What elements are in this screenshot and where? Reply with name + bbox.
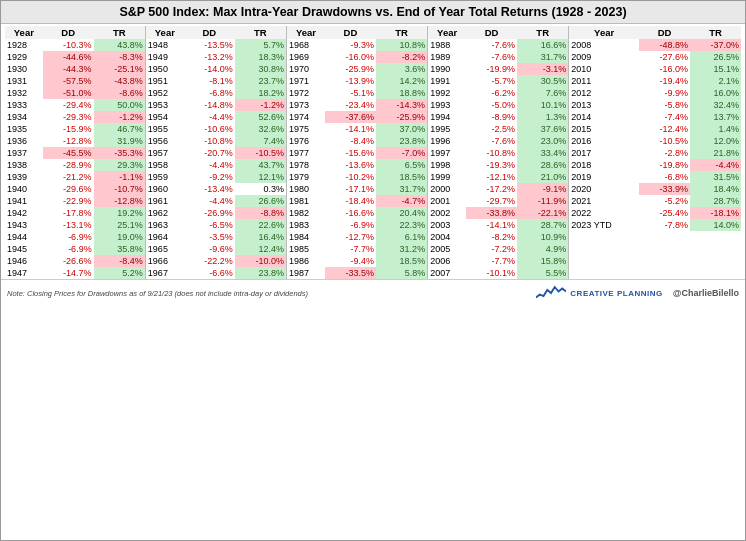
tr-cell: -8.6% bbox=[94, 87, 146, 99]
dd-cell: -12.7% bbox=[325, 231, 376, 243]
tr-cell: 15.1% bbox=[690, 63, 741, 75]
tr-cell: -3.1% bbox=[517, 63, 569, 75]
table-row: 1944 bbox=[5, 231, 43, 243]
empty-cell bbox=[690, 267, 741, 279]
dd-cell: -12.4% bbox=[639, 123, 690, 135]
tr-cell: 21.8% bbox=[690, 147, 741, 159]
dd-cell: -12.1% bbox=[466, 171, 517, 183]
empty-cell bbox=[639, 231, 690, 243]
dd-cell: -5.2% bbox=[639, 195, 690, 207]
tr-cell: -1.2% bbox=[235, 99, 287, 111]
table-row: 1930 bbox=[5, 63, 43, 75]
tr-cell: -35.3% bbox=[94, 147, 146, 159]
tr-cell: -12.8% bbox=[94, 195, 146, 207]
footer-note: Note: Closing Prices for Drawdowns as of… bbox=[7, 289, 526, 298]
dd-cell: -44.6% bbox=[43, 51, 94, 63]
tr-cell: 6.1% bbox=[376, 231, 428, 243]
tr-cell: 23.0% bbox=[517, 135, 569, 147]
dd-cell: -10.5% bbox=[639, 135, 690, 147]
tr-cell: 4.9% bbox=[517, 243, 569, 255]
dd-cell: -6.6% bbox=[184, 267, 235, 279]
table-row: 1996 bbox=[428, 135, 466, 147]
tr-cell: 14.2% bbox=[376, 75, 428, 87]
empty-cell bbox=[569, 255, 639, 267]
tr-cell: -4.4% bbox=[690, 159, 741, 171]
col-year-1: Year bbox=[5, 26, 43, 39]
col-dd-5: DD bbox=[639, 26, 690, 39]
dd-cell: -9.4% bbox=[325, 255, 376, 267]
tr-cell: 52.6% bbox=[235, 111, 287, 123]
col-tr-5: TR bbox=[690, 26, 741, 39]
dd-cell: -5.7% bbox=[466, 75, 517, 87]
tr-cell: -7.0% bbox=[376, 147, 428, 159]
dd-cell: -29.3% bbox=[43, 111, 94, 123]
dd-cell: -27.6% bbox=[639, 51, 690, 63]
tr-cell: 18.5% bbox=[376, 255, 428, 267]
dd-cell: -7.6% bbox=[466, 39, 517, 51]
tr-cell: -9.1% bbox=[517, 183, 569, 195]
dd-cell: -6.9% bbox=[325, 219, 376, 231]
dd-cell: -10.1% bbox=[466, 267, 517, 279]
logo-text: CREATIVE PLANNING bbox=[570, 289, 662, 298]
table-row: 2013 bbox=[569, 99, 639, 111]
dd-cell: -14.8% bbox=[184, 99, 235, 111]
tr-cell: 2.1% bbox=[690, 75, 741, 87]
tr-cell: 30.5% bbox=[517, 75, 569, 87]
dd-cell: -7.4% bbox=[639, 111, 690, 123]
dd-cell: -17.1% bbox=[325, 183, 376, 195]
table-row: 2000 bbox=[428, 183, 466, 195]
dd-cell: -5.1% bbox=[325, 87, 376, 99]
tr-cell: 31.2% bbox=[376, 243, 428, 255]
tr-cell: 29.3% bbox=[94, 159, 146, 171]
table-row: 1970 bbox=[287, 63, 325, 75]
dd-cell: -8.4% bbox=[325, 135, 376, 147]
tr-cell: 33.4% bbox=[517, 147, 569, 159]
empty-cell bbox=[639, 267, 690, 279]
dd-cell: -6.2% bbox=[466, 87, 517, 99]
tr-cell: -43.8% bbox=[94, 75, 146, 87]
dd-cell: -25.4% bbox=[639, 207, 690, 219]
dd-cell: -7.6% bbox=[466, 51, 517, 63]
dd-cell: -2.5% bbox=[466, 123, 517, 135]
empty-cell bbox=[639, 243, 690, 255]
table-row: 1988 bbox=[428, 39, 466, 51]
dd-cell: -6.8% bbox=[639, 171, 690, 183]
tr-cell: -8.4% bbox=[94, 255, 146, 267]
table-row: 1986 bbox=[287, 255, 325, 267]
tr-cell: 7.4% bbox=[235, 135, 287, 147]
dd-cell: -26.6% bbox=[43, 255, 94, 267]
table-row: 1987 bbox=[287, 267, 325, 279]
table-row: 1967 bbox=[145, 267, 183, 279]
tr-cell: 7.6% bbox=[517, 87, 569, 99]
empty-cell bbox=[569, 231, 639, 243]
table-row: 2014 bbox=[569, 111, 639, 123]
dd-cell: -25.9% bbox=[325, 63, 376, 75]
tr-cell: 12.0% bbox=[690, 135, 741, 147]
table-row: 2006 bbox=[428, 255, 466, 267]
tr-cell: -14.3% bbox=[376, 99, 428, 111]
tr-cell: 3.6% bbox=[376, 63, 428, 75]
table-row: 1957 bbox=[145, 147, 183, 159]
col-year-3: Year bbox=[287, 26, 325, 39]
col-dd-3: DD bbox=[325, 26, 376, 39]
table-row: 2023 YTD bbox=[569, 219, 639, 231]
table-row: 1947 bbox=[5, 267, 43, 279]
tr-cell: -10.0% bbox=[235, 255, 287, 267]
table-row: 2008 bbox=[569, 39, 639, 51]
table-row: 2016 bbox=[569, 135, 639, 147]
tr-cell: 18.5% bbox=[376, 171, 428, 183]
dd-cell: -7.6% bbox=[466, 135, 517, 147]
data-table: Year DD TR Year DD TR Year DD TR Year DD… bbox=[5, 26, 741, 279]
tr-cell: -37.0% bbox=[690, 39, 741, 51]
table-row: 1956 bbox=[145, 135, 183, 147]
tr-cell: 13.7% bbox=[690, 111, 741, 123]
table-row: 1931 bbox=[5, 75, 43, 87]
table-row: 1981 bbox=[287, 195, 325, 207]
tr-cell: 22.6% bbox=[235, 219, 287, 231]
table-row: 2012 bbox=[569, 87, 639, 99]
dd-cell: -19.3% bbox=[466, 159, 517, 171]
col-dd-4: DD bbox=[466, 26, 517, 39]
dd-cell: -13.1% bbox=[43, 219, 94, 231]
tr-cell: 21.0% bbox=[517, 171, 569, 183]
dd-cell: -10.2% bbox=[325, 171, 376, 183]
